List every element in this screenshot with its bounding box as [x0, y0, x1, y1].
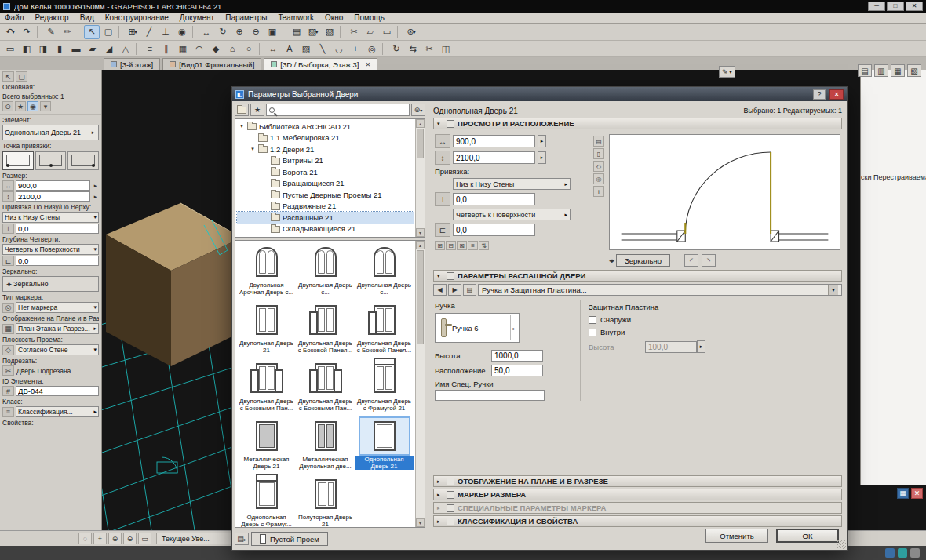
magnet-icon[interactable]: ◉ [174, 25, 190, 39]
camera-tool-icon[interactable]: ◎ [364, 42, 380, 56]
arrow-tool-icon[interactable]: ↖ [84, 25, 100, 39]
library-item[interactable]: Двупольная Дверь с Боковой Панел... [355, 300, 414, 358]
grid-snap-icon[interactable]: ⊞▾ [125, 25, 140, 39]
plate-outside-checkbox[interactable] [589, 316, 596, 324]
gravity-icon[interactable]: ⊥ [158, 25, 173, 39]
pen-set-button[interactable]: ✎▾ [719, 66, 735, 78]
section-dimension-marker[interactable]: ▸ МАРКЕР РАЗМЕРА [433, 489, 842, 500]
zoom-level-display[interactable]: Текущее Уве... [156, 533, 242, 544]
library-item[interactable]: Двупольная Дверь 21 [237, 300, 296, 358]
tab-close-icon[interactable]: ✕ [365, 61, 370, 68]
marquee-tool-icon[interactable]: ▢ [100, 25, 116, 39]
flyout-arrow-icon[interactable]: ▸ [89, 129, 97, 136]
curtain-wall-tool-icon[interactable]: ▦ [175, 42, 191, 56]
handle-position-input[interactable] [494, 366, 540, 375]
tab-3d-selection-floor-3[interactable]: [3D / Выборка, Этаж 3] ✕ [264, 58, 377, 70]
window-tool-icon[interactable]: ◨ [35, 42, 51, 56]
size-option-icon-1[interactable]: ⊞ [435, 241, 445, 250]
zoom-in-icon[interactable]: ⊕ [108, 533, 122, 544]
sill-offset-input[interactable] [456, 195, 532, 204]
opening-plane-dropdown[interactable]: Согласно Стене▾ [16, 344, 99, 355]
ok-button[interactable]: ОК [776, 529, 839, 543]
tree-sliding[interactable]: Раздвижные 21 [237, 201, 414, 213]
dialog-close-icon[interactable]: ✕ [829, 89, 844, 100]
classification-dropdown[interactable]: Классификация...▸ [16, 406, 99, 417]
line-tool-icon[interactable]: ╲ [315, 42, 330, 56]
section-door-parameters[interactable]: ▾ ПАРАМЕТРЫ РАСПАШНОЙ ДВЕРИ [433, 270, 842, 282]
paste-icon[interactable]: ▭ [379, 25, 395, 39]
tray-icon-3[interactable] [910, 548, 920, 558]
reveal-dropdown[interactable]: Четверть к Поверхности▸ [453, 209, 571, 220]
trim-edit-icon[interactable]: ✂ [421, 42, 437, 56]
handle-selector-button[interactable]: Ручка 6 ▸ [435, 313, 520, 343]
pen-sets-icon[interactable]: ▨▾ [305, 25, 321, 39]
cut-icon[interactable]: ✂ [346, 25, 362, 39]
selection-arrow-icon[interactable]: ↖ [2, 71, 14, 82]
height-flyout-icon[interactable]: ▸ [538, 151, 546, 164]
library-item[interactable]: Металлическая Двупольная две... [296, 416, 355, 475]
menu-item[interactable]: Параметры [225, 13, 267, 22]
section-marker-custom-settings[interactable]: ▸ СПЕЦИАЛЬНЫЕ ПАРАМЕТРЫ МАРКЕРА [433, 502, 842, 514]
page-list-icon[interactable]: ▤ [463, 284, 476, 296]
tree-scrollbar[interactable]: ▴ ▾ [415, 119, 425, 237]
organizer-icon[interactable]: ▥ [874, 64, 888, 77]
favorites-icon[interactable]: ★ [15, 101, 26, 111]
library-item[interactable]: Металлическая Дверь 21 [237, 416, 296, 475]
arc-tool-icon[interactable]: ◡ [331, 42, 347, 56]
fit-in-window-icon[interactable]: ▣ [264, 25, 280, 39]
scroll-up-icon[interactable]: ▴ [416, 119, 425, 128]
menu-item[interactable]: Teamwork [279, 13, 315, 22]
lamp-tool-icon[interactable]: ○ [241, 42, 257, 56]
scroll-down-icon[interactable]: ▾ [416, 518, 425, 527]
library-item[interactable]: Двупольная Дверь с Боковыми Пан... [296, 358, 355, 416]
element-settings-icon[interactable]: ⊙ [2, 101, 13, 111]
height-input[interactable] [18, 192, 88, 201]
element-type-selector[interactable]: Однопольная Дверь 21 ▸ [2, 125, 99, 140]
wall-tool-icon[interactable]: ▭ [2, 42, 18, 56]
favorites-star-icon[interactable]: ★ [250, 104, 264, 116]
handle-height-input[interactable] [494, 351, 540, 360]
tree-vitrines[interactable]: Витрины 21 [237, 155, 414, 167]
tree-gates[interactable]: Ворота 21 [237, 166, 414, 178]
reveal-offset-input[interactable] [456, 226, 532, 235]
sill-offset-input[interactable] [18, 224, 97, 233]
mirror-edit-icon[interactable]: ⇆ [405, 42, 421, 56]
cancel-button[interactable]: Отменить [705, 529, 768, 543]
library-item[interactable]: Двупольная Дверь с Фрамугой 21 [355, 358, 414, 416]
parameter-page-dropdown[interactable]: Ручка и Защитная Пластина... ▼ [478, 284, 842, 296]
undo-icon[interactable]: ↶▾ [2, 25, 18, 39]
library-item[interactable]: Двупольная Дверь с Боковыми Пан... [237, 358, 296, 416]
fit-icon[interactable]: ▭ [138, 533, 151, 544]
help-icon[interactable]: ? [813, 89, 826, 100]
tree-library-root[interactable]: ▾ Библиотека ARCHICAD 21 [237, 121, 414, 133]
work-environment-icon[interactable]: ⊛▾ [403, 25, 419, 39]
sill-anchor-dropdown[interactable]: Низ к Низу Стены▾ [2, 212, 99, 223]
beam-tool-icon[interactable]: ▬ [68, 42, 84, 56]
more-options-icon[interactable]: ▾ [40, 101, 51, 111]
dimension-tool-icon[interactable]: ↔ [265, 42, 281, 56]
dialog-titlebar[interactable]: ◧ Параметры Выбранной Двери ? ✕ [232, 87, 847, 101]
tab-floor-3[interactable]: [3-й этаж] [104, 58, 160, 70]
flyout-arrow-icon[interactable]: ▸ [92, 183, 99, 189]
tree-hinged[interactable]: Распашные 21 [237, 212, 414, 224]
preview-3d-icon[interactable]: ◇ [593, 161, 604, 172]
preview-elevation-icon[interactable]: ▯ [593, 148, 604, 159]
menu-item[interactable]: Редактор [35, 13, 69, 22]
plate-height-spinner[interactable]: ▸ [697, 340, 705, 353]
section-preview-position[interactable]: ▾ ПРОСМОТР И РАСПОЛОЖЕНИЕ [433, 118, 842, 129]
guide-lines-icon[interactable]: ╱ [141, 25, 157, 39]
fill-tool-icon[interactable]: ▨ [298, 42, 314, 56]
tree-empty-openings[interactable]: Пустые Дверные Проемы 21 [237, 189, 414, 201]
resize-grip[interactable] [837, 540, 846, 549]
preview-info-icon[interactable]: i [593, 186, 604, 197]
section-classification[interactable]: ▸ КЛАССИФИКАЦИЯ И СВОЙСТВА [433, 515, 842, 527]
hotspot-tool-icon[interactable]: + [348, 42, 363, 56]
interactive-schedule-icon[interactable]: ▦ [897, 488, 909, 499]
plate-inside-checkbox[interactable] [589, 329, 596, 336]
door-width-input[interactable] [456, 137, 532, 146]
rotate-icon[interactable]: ↻ [388, 42, 404, 56]
tray-icon-2[interactable] [898, 548, 907, 558]
slab-tool-icon[interactable]: ▰ [85, 42, 100, 56]
navigator-icon[interactable]: ▤ [858, 64, 872, 77]
redo-icon[interactable]: ↷ [19, 25, 35, 39]
